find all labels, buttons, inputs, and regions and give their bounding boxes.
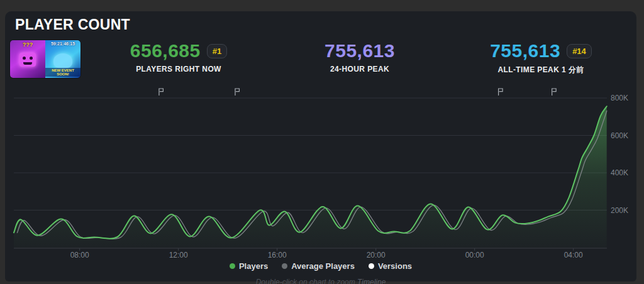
player-count-chart[interactable]: 200K400K600K800K08:0012:0016:0020:0000:0… <box>5 87 636 261</box>
capsule-countdown-text: 59:21:46:15 <box>45 41 80 46</box>
current-players-label: PLAYERS RIGHT NOW <box>136 65 221 74</box>
y-axis-label: 800K <box>611 94 628 102</box>
legend-label: Versions <box>378 261 412 271</box>
peak-24h-value: 755,613 <box>325 40 395 62</box>
current-players-value: 656,685 <box>130 40 201 62</box>
legend-item-average-players[interactable]: Average Players <box>282 261 355 271</box>
players-line <box>14 106 607 239</box>
page-title: PLAYER COUNT <box>15 16 130 33</box>
stat-all-time-peak: 755,613 #14 ALL-TIME PEAK 1 分前 <box>450 39 631 80</box>
chart-svg[interactable]: 200K400K600K800K08:0012:0016:0020:0000:0… <box>5 87 636 261</box>
hint-text: Double-click on chart to zoom <box>256 278 355 284</box>
x-axis-label: 16:00 <box>268 251 287 259</box>
capsule-mystery-text: ??? <box>10 41 45 48</box>
robot-character-art <box>19 53 36 67</box>
x-axis-label: 04:00 <box>564 251 583 259</box>
y-axis-label: 400K <box>611 168 628 177</box>
legend-item-versions[interactable]: Versions <box>369 261 412 271</box>
x-axis-label: 08:00 <box>70 251 89 259</box>
game-capsule-image[interactable]: ??? 59:21:46:15 NEW EVENT SOON! <box>10 40 80 78</box>
peak-24h-label: 24-HOUR PEAK <box>330 65 389 74</box>
x-axis-label: 00:00 <box>465 251 484 259</box>
legend-dot <box>230 263 235 269</box>
capsule-event-caption: NEW EVENT SOON! <box>45 68 80 77</box>
stat-24-hour-peak: 755,613 24-HOUR PEAK <box>269 39 450 80</box>
version-flag-icon[interactable] <box>552 89 557 96</box>
capsule-left-art: ??? <box>10 40 45 78</box>
all-time-peak-value: 755,613 <box>490 40 560 62</box>
chart-hint: Double-click on chart to zoom Timeline <box>5 278 636 284</box>
y-axis-label: 200K <box>611 206 628 215</box>
version-flag-icon[interactable] <box>499 89 503 96</box>
x-axis-label: 20:00 <box>367 251 386 259</box>
legend-item-players[interactable]: Players <box>230 261 268 271</box>
legend-dot <box>369 263 374 269</box>
x-axis-label: 12:00 <box>169 251 188 259</box>
chart-legend: PlayersAverage PlayersVersions <box>5 261 636 271</box>
version-flag-icon[interactable] <box>159 89 164 96</box>
timeline-link[interactable]: Timeline <box>357 278 386 284</box>
version-flag-icon[interactable] <box>235 89 240 96</box>
all-time-rank-badge[interactable]: #14 <box>567 44 592 58</box>
all-time-peak-label: ALL-TIME PEAK 1 分前 <box>497 65 584 75</box>
player-count-panel: PLAYER COUNT ??? 59:21:46:15 NEW EVENT S… <box>5 11 636 281</box>
current-rank-badge[interactable]: #1 <box>207 44 227 58</box>
capsule-right-art: 59:21:46:15 NEW EVENT SOON! <box>45 40 80 78</box>
elephant-character-art <box>53 53 72 68</box>
legend-label: Players <box>239 261 268 271</box>
stats-row: 656,685 #1 PLAYERS RIGHT NOW 755,613 24-… <box>88 39 631 80</box>
legend-dot <box>282 263 287 269</box>
y-axis-label: 600K <box>611 131 628 140</box>
stat-players-right-now: 656,685 #1 PLAYERS RIGHT NOW <box>88 39 269 80</box>
legend-label: Average Players <box>291 261 355 271</box>
